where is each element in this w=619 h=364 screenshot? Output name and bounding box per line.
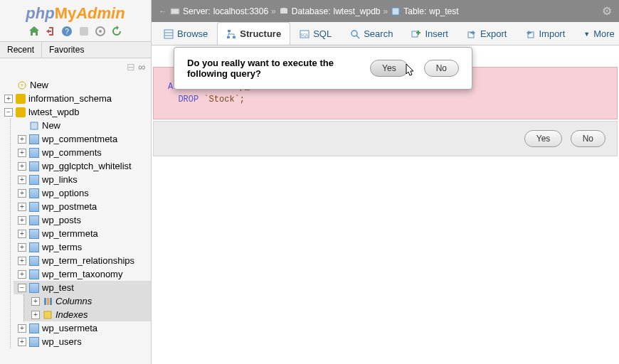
sidebar-toolbar: ?: [0, 24, 151, 41]
svg-rect-9: [47, 298, 49, 305]
columns-icon: [43, 296, 53, 306]
tree-db-label: information_schema: [28, 93, 112, 104]
confirm-no-button[interactable]: No: [571, 130, 605, 147]
svg-point-28: [351, 31, 357, 36]
tab-sql-label: SQL: [313, 28, 332, 39]
expand-icon[interactable]: +: [18, 338, 26, 346]
tab-structure[interactable]: Structure: [217, 22, 290, 45]
tree-table-label: wp_terms: [42, 242, 82, 252]
table-icon: [29, 337, 39, 347]
expand-icon[interactable]: +: [18, 270, 26, 279]
exit-icon[interactable]: [45, 26, 56, 37]
dialog-no-button[interactable]: No: [424, 60, 459, 77]
tab-sql[interactable]: SQL SQL: [290, 22, 341, 45]
table-icon: [29, 229, 39, 239]
logo[interactable]: phpMyAdmin: [0, 0, 151, 24]
bc-server[interactable]: localhost:3306: [213, 6, 268, 16]
more-caret-icon: ▼: [583, 31, 590, 38]
tree-new-label: New: [42, 120, 60, 131]
tree-table[interactable]: +wp_users: [14, 335, 151, 348]
tree-table[interactable]: +wp_posts: [14, 213, 151, 227]
tab-export[interactable]: Export: [457, 22, 517, 45]
tree-table[interactable]: +wp_comments: [14, 146, 151, 159]
import-icon: [525, 29, 535, 39]
tree-table[interactable]: +wp_gglcptch_whitelist: [14, 159, 151, 173]
tab-browse[interactable]: Browse: [154, 22, 217, 45]
collapse-box-icon[interactable]: −: [4, 108, 13, 117]
tree-table[interactable]: +wp_terms: [14, 240, 151, 254]
tree-table[interactable]: +wp_commentmeta: [14, 132, 151, 146]
tree-table[interactable]: +wp_termmeta: [14, 227, 151, 240]
tree-db-info-schema[interactable]: + information_schema: [0, 92, 151, 105]
tree-table-selected[interactable]: − wp_test: [14, 281, 151, 294]
svg-text:SQL: SQL: [300, 33, 310, 37]
expand-icon[interactable]: +: [18, 216, 26, 225]
svg-line-29: [356, 36, 359, 38]
settings-icon[interactable]: [95, 26, 106, 37]
collapse-icon[interactable]: ⊟: [127, 61, 135, 73]
table-icon: [29, 161, 39, 171]
logo-my: My: [55, 4, 77, 22]
tree-new-table[interactable]: New: [14, 119, 151, 132]
reload-icon[interactable]: [111, 26, 122, 37]
bc-server-lbl: Server:: [183, 6, 211, 16]
expand-icon[interactable]: +: [18, 176, 26, 184]
tree-table-label: wp_users: [42, 336, 82, 347]
docs-icon[interactable]: ?: [61, 26, 73, 37]
expand-icon[interactable]: +: [18, 135, 26, 144]
table-icon: [29, 188, 39, 198]
tree-db-children: New +wp_commentmeta+wp_comments+wp_gglcp…: [10, 119, 151, 348]
link-icon[interactable]: ∞: [138, 61, 145, 73]
tree-db-lwtest[interactable]: − lwtest_wpdb: [0, 105, 151, 119]
tab-favorites[interactable]: Favorites: [42, 42, 91, 58]
tab-insert[interactable]: Insert: [402, 22, 457, 45]
tree-columns[interactable]: + Columns: [27, 294, 151, 308]
home-icon[interactable]: [28, 26, 40, 37]
gear-icon[interactable]: ⚙: [602, 4, 612, 18]
tree-new-root[interactable]: + New: [0, 78, 151, 92]
expand-icon[interactable]: +: [18, 162, 26, 171]
svg-text:+: +: [20, 82, 23, 89]
tree-table[interactable]: +wp_usermeta: [14, 321, 151, 335]
tree-table-label: wp_termmeta: [42, 228, 98, 239]
expand-icon[interactable]: +: [18, 203, 26, 211]
svg-rect-16: [164, 30, 173, 38]
tree-table[interactable]: +wp_links: [14, 173, 151, 186]
expand-icon[interactable]: +: [18, 243, 26, 252]
tree-table[interactable]: +wp_options: [14, 186, 151, 200]
new-icon: [29, 121, 39, 131]
tab-more[interactable]: ▼ More: [574, 22, 619, 45]
table-icon: [29, 283, 39, 293]
tab-recent[interactable]: Recent: [0, 42, 42, 58]
expand-icon[interactable]: +: [18, 230, 26, 238]
bc-table[interactable]: wp_test: [429, 6, 458, 16]
tree-table[interactable]: +wp_term_relationships: [14, 254, 151, 267]
collapse-box-icon[interactable]: −: [18, 284, 26, 292]
bc-sep: »: [383, 6, 388, 16]
expand-icon[interactable]: +: [31, 297, 40, 306]
expand-icon[interactable]: +: [18, 324, 26, 333]
logo-admin: Admin: [76, 4, 125, 22]
breadcrumb-arrow-icon[interactable]: ←: [159, 6, 167, 16]
tab-search[interactable]: Search: [341, 22, 402, 45]
tab-search-label: Search: [364, 28, 393, 39]
nav-tree: + New + information_schema − lwtest_wpdb…: [0, 75, 151, 351]
tree-table-label: wp_links: [42, 174, 78, 185]
expand-icon[interactable]: +: [31, 311, 40, 319]
sql-docs-icon[interactable]: [78, 26, 90, 37]
sql-icon: SQL: [300, 29, 310, 39]
database-icon: [279, 6, 289, 16]
confirm-dialog: Do you really want to execute the follow…: [174, 47, 472, 90]
tree-table[interactable]: +wp_postmeta: [14, 200, 151, 213]
expand-icon[interactable]: +: [4, 95, 13, 103]
expand-icon[interactable]: +: [18, 149, 26, 157]
tab-import[interactable]: Import: [516, 22, 574, 45]
bc-db-lbl: Database:: [292, 6, 331, 16]
bc-db[interactable]: lwtest_wpdb: [333, 6, 380, 16]
dialog-yes-button[interactable]: Yes: [370, 60, 408, 77]
expand-icon[interactable]: +: [18, 189, 26, 198]
tree-table[interactable]: +wp_term_taxonomy: [14, 267, 151, 281]
tree-indexes[interactable]: + Indexes: [27, 308, 151, 321]
expand-icon[interactable]: +: [18, 257, 26, 265]
confirm-yes-button[interactable]: Yes: [524, 130, 563, 147]
